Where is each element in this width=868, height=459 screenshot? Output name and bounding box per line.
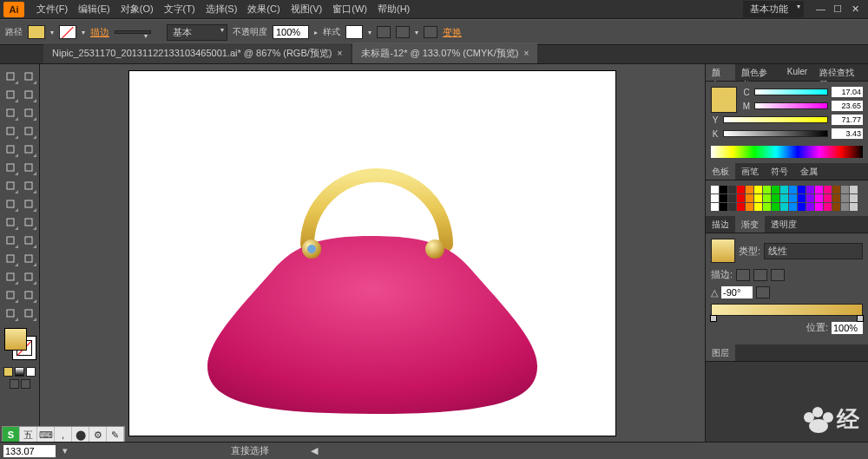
swatch-cell[interactable]: [832, 203, 840, 211]
paintbrush-tool[interactable]: [2, 141, 19, 158]
slice-tool[interactable]: [20, 286, 37, 304]
pen-tool[interactable]: [2, 104, 19, 121]
cmyk-M-slider[interactable]: [754, 102, 828, 109]
transform-link[interactable]: 变换: [443, 26, 462, 39]
swatch-cell[interactable]: [806, 203, 814, 211]
screenmode-normal-icon[interactable]: [10, 379, 19, 389]
workspace-switcher[interactable]: 基本功能: [743, 1, 804, 17]
gradient-angle-input[interactable]: -90°: [721, 286, 753, 298]
close-button[interactable]: ✕: [851, 3, 859, 15]
swatch-cell[interactable]: [737, 203, 745, 211]
swatch-cell[interactable]: [789, 194, 797, 202]
zoom-input[interactable]: 133.07: [3, 445, 56, 457]
ime-button-6[interactable]: ✎: [107, 427, 124, 443]
gradient-stop-start[interactable]: [710, 315, 717, 322]
swatch-cell[interactable]: [824, 194, 832, 202]
stroke-link[interactable]: 描边: [90, 26, 109, 39]
blob-brush-tool[interactable]: [2, 159, 19, 176]
width-tool[interactable]: [2, 195, 19, 213]
swatch-cell[interactable]: [746, 194, 753, 202]
swatch-cell[interactable]: [746, 186, 753, 193]
swatch-cell[interactable]: [772, 186, 779, 193]
menu-窗口(W)[interactable]: 窗口(W): [327, 3, 372, 16]
swatch-cell[interactable]: [772, 194, 779, 202]
swatch-cell[interactable]: [815, 203, 823, 211]
panel-tab-画笔[interactable]: 画笔: [735, 163, 765, 180]
swatch-cell[interactable]: [798, 203, 806, 211]
swatch-cell[interactable]: [832, 194, 840, 202]
magic-wand-tool[interactable]: [2, 86, 19, 103]
selection-tool[interactable]: [2, 68, 19, 85]
opacity-input[interactable]: 100%: [273, 25, 309, 39]
swatch-cell[interactable]: [789, 203, 797, 211]
hand-tool[interactable]: [2, 305, 19, 322]
panel-tab-符号[interactable]: 符号: [765, 163, 794, 180]
rotate-tool[interactable]: [2, 177, 19, 194]
menu-文件(F)[interactable]: 文件(F): [31, 3, 73, 16]
swatch-cell[interactable]: [841, 203, 849, 211]
swatch-grid[interactable]: [711, 186, 863, 211]
panel-tab-颜色[interactable]: 颜色: [706, 64, 735, 81]
swatch-cell[interactable]: [728, 194, 736, 202]
artboard-tool[interactable]: [2, 286, 19, 304]
ime-button-1[interactable]: 五: [20, 427, 37, 443]
swatch-cell[interactable]: [711, 186, 719, 193]
graph-tool[interactable]: [20, 268, 37, 285]
eyedropper-tool[interactable]: [2, 250, 19, 267]
graphic-style-swatch[interactable]: [345, 25, 363, 39]
panel-tab-色板[interactable]: 色板: [706, 163, 735, 180]
color-mode-icon[interactable]: [3, 367, 13, 377]
zoom-stepper-icon[interactable]: ▾: [62, 445, 68, 456]
scale-tool[interactable]: [20, 177, 37, 194]
ime-toolbar[interactable]: S五⌨，⬤⚙✎: [2, 426, 125, 443]
swatch-cell[interactable]: [754, 203, 762, 211]
cmyk-Y-input[interactable]: 71.77: [832, 115, 863, 125]
swatch-cell[interactable]: [789, 186, 797, 193]
fill-swatch[interactable]: [28, 25, 45, 39]
swatch-cell[interactable]: [720, 194, 727, 202]
gradient-preview[interactable]: [711, 239, 735, 263]
swatch-cell[interactable]: [815, 194, 823, 202]
menu-编辑(E)[interactable]: 编辑(E): [73, 3, 115, 16]
gradient-mode-icon[interactable]: [15, 367, 24, 377]
perspective-tool[interactable]: [20, 213, 37, 231]
swatch-cell[interactable]: [754, 194, 762, 202]
swatch-cell[interactable]: [841, 186, 849, 193]
cmyk-C-input[interactable]: 17.04: [832, 87, 863, 97]
gradient-ramp[interactable]: [711, 304, 863, 316]
panel-tab-金属[interactable]: 金属: [794, 163, 824, 180]
cmyk-Y-slider[interactable]: [723, 116, 828, 123]
line-tool[interactable]: [2, 122, 19, 140]
panel-tab-路径查找器[interactable]: 路径查找器: [813, 64, 868, 81]
color-spectrum[interactable]: [711, 146, 863, 158]
gradient-position-input[interactable]: 100%: [832, 322, 863, 334]
swatch-cell[interactable]: [850, 186, 858, 193]
cmyk-M-input[interactable]: 23.65: [832, 101, 863, 111]
minimize-button[interactable]: —: [816, 3, 825, 15]
menu-帮助(H)[interactable]: 帮助(H): [372, 3, 415, 16]
menu-文字(T)[interactable]: 文字(T): [159, 3, 201, 16]
swatch-cell[interactable]: [806, 194, 814, 202]
screenmode-fullscreen-icon[interactable]: [21, 379, 30, 389]
pencil-tool[interactable]: [20, 141, 37, 158]
swatch-cell[interactable]: [806, 186, 814, 193]
swatch-cell[interactable]: [850, 203, 858, 211]
swatch-cell[interactable]: [772, 203, 779, 211]
cmyk-K-slider[interactable]: [723, 130, 828, 137]
swatch-cell[interactable]: [737, 186, 745, 193]
swatch-cell[interactable]: [720, 203, 727, 211]
brush-style-dropdown[interactable]: 基本: [167, 24, 227, 41]
canvas[interactable]: [40, 64, 705, 442]
swatch-cell[interactable]: [780, 203, 788, 211]
direct-selection-tool[interactable]: [20, 68, 37, 85]
artboard[interactable]: [129, 71, 615, 436]
swatch-cell[interactable]: [754, 186, 762, 193]
tab-close-icon[interactable]: ×: [337, 49, 342, 58]
eraser-tool[interactable]: [20, 159, 37, 176]
swatch-cell[interactable]: [798, 194, 806, 202]
color-preview[interactable]: [711, 87, 737, 113]
scrollbar-left-icon[interactable]: ◀: [311, 445, 318, 456]
swatch-cell[interactable]: [841, 194, 849, 202]
blend-tool[interactable]: [20, 250, 37, 267]
swatch-cell[interactable]: [798, 186, 806, 193]
